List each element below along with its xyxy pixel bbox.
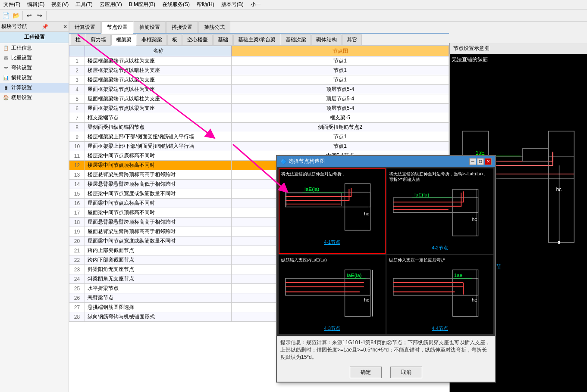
row-name: 屋面悬臂梁悬臂跨顶标高高于相邻跨时 [85,227,232,236]
svg-text:laE(la): laE(la) [347,272,361,278]
table-row[interactable]: 4 屋面框架梁端节点以柱为支座 顶层节点5-4 [69,85,449,94]
table-row[interactable]: 1 楼层框架梁端节点以柱为支座 节点1 [69,56,449,66]
tab2-slab[interactable]: 板 [167,34,182,45]
row-num: 2 [69,66,85,75]
node-cell-4-1[interactable]: 将无法直锚的纵筋伸至对边弯折， laE(la) hc [279,168,386,254]
sidebar-item-loss[interactable]: 📊 损耗设置 [0,73,69,83]
tab2-foundation[interactable]: 基础 [213,34,233,45]
tab2-other[interactable]: 其它 [342,34,362,45]
tab-stirrup-formula[interactable]: 箍筋公式 [198,22,230,33]
tab2-shear-wall[interactable]: 剪力墙 [86,34,111,45]
row-node[interactable]: 节点1 [232,75,449,85]
row-node[interactable]: 框支梁-5 [232,113,449,123]
row-num: 7 [69,113,85,123]
row-name: 屋面梁中间节点底标高不同时 [85,199,232,208]
dialog-close-btn[interactable]: ✕ [485,158,492,165]
select-dialog: 🔷 选择节点构造图 ─ □ ✕ 将无法直锚的纵筋伸至对边弯折， [276,155,496,383]
menu-item-help[interactable]: 帮助(H) [195,0,216,9]
menu-item-cloud[interactable]: 云应用(Y) [98,0,124,9]
menu-item-bim[interactable]: BIM应用(B) [127,0,157,9]
menu-item-version[interactable]: 版本号(B) [220,0,245,9]
row-name: 屋面悬臂梁悬臂跨顶标高高于相邻跨时 [85,218,232,227]
tab-calc-settings[interactable]: 计算设置 [69,22,101,33]
toolbar-new[interactable]: 📄 [1,11,10,20]
node-grid: 将无法直锚的纵筋伸至对边弯折， laE(la) hc [277,167,495,336]
svg-text:hc: hc [472,297,477,303]
dialog-minimize-btn[interactable]: ─ [469,158,476,165]
menu-item-edit[interactable]: 编辑(E) [25,0,46,9]
tab-stirrup-settings[interactable]: 箍筋设置 [134,22,166,33]
row-name: 楼层框架梁端节点以梁为支座 [85,75,232,85]
row-num: 21 [69,246,85,255]
row-name: 楼层框架梁上部/下部/侧面受扭钢筋锚入平行墙 [85,132,232,142]
row-num: 9 [69,132,85,142]
tab-splice-settings[interactable]: 搭接设置 [166,22,198,33]
sidebar-item-calc[interactable]: 🖩 计算设置 [0,83,69,93]
table-row[interactable]: 9 楼层框架梁上部/下部/侧面受扭钢筋锚入平行墙 节点1 [69,132,449,142]
row-node[interactable]: 节点1 [232,142,449,151]
menu-item-online[interactable]: 在线服务(S) [160,0,191,9]
sidebar-item-weight[interactable]: ⚖ 比重设置 [0,53,69,63]
row-node[interactable]: 侧面受扭钢筋节点2 [232,123,449,132]
svg-text:hc: hc [364,297,370,303]
col-num [69,46,85,56]
dialog-icon: 🔷 [280,159,287,165]
toolbar-open[interactable]: 📂 [11,11,21,20]
table-row[interactable]: 3 楼层框架梁端节点以梁为支座 节点1 [69,75,449,85]
menu-item-file[interactable]: 文件(F) [2,0,22,9]
toolbar-undo[interactable]: ↩ [25,11,34,20]
row-node[interactable]: 节点1 [232,66,449,75]
tab2-foundation-sub-beam[interactable]: 基础次梁 [281,34,311,45]
tab2-hollow-floor[interactable]: 空心楼盖 [182,34,213,45]
row-name: 悬挑端钢筋圆图选择 [85,303,232,312]
table-row[interactable]: 10 屋面框架梁上部/下部/侧面受扭钢筋锚入平行墙 节点1 [69,142,449,151]
col-name: 名称 [85,46,232,56]
row-node[interactable]: 节点1 [232,56,449,66]
sidebar-pin-icon[interactable]: 📌 [42,24,48,30]
sidebar-item-hook[interactable]: ✏ 弯钩设置 [0,63,69,73]
tab2-frame-beam[interactable]: 框架梁 [111,34,136,46]
menu-item-small[interactable]: 小一 [249,0,263,9]
table-row[interactable]: 8 梁侧面受扭纵筋锚固节点 侧面受扭钢筋节点2 [69,123,449,132]
tab2-foundation-main-beam[interactable]: 基础主梁/承台梁 [233,34,280,45]
tab2-masonry[interactable]: 砌体结构 [311,34,342,45]
node-4-4-label: 4-4节点 [389,325,491,332]
row-name: 屋面框架梁端节点以梁为支座 [85,104,232,113]
table-row[interactable]: 6 屋面框架梁端节点以梁为支座 顶层节点5-4 [69,104,449,113]
node-cell-4-4[interactable]: 纵筋伸入支座一定长度后弯折 1ae hc 4-4节点 [386,255,493,334]
row-node[interactable]: 顶层节点5-4 [232,94,449,104]
row-node[interactable]: 节点1 [232,132,449,142]
row-name: 楼层悬臂梁悬臂跨顶标高高于相邻跨时 [85,170,232,180]
row-num: 20 [69,236,85,246]
node-cell-4-3[interactable]: 纵筋锚入支座内LaE(La) laE(la) hc 4-3节点 [279,255,386,334]
toolbar-redo[interactable]: ↪ [35,11,44,20]
table-row[interactable]: 5 屋面框架梁端节点以暗柱为支座 顶层节点5-4 [69,94,449,104]
row-node[interactable]: 顶层节点5-4 [232,85,449,94]
dialog-confirm-button[interactable]: 确定 [350,367,382,378]
sidebar-item-project-info[interactable]: 📋 工程信息 [0,43,69,53]
node-4-1-diagram: laE(la) hc [281,178,383,236]
row-name: 框支梁端节点 [85,113,232,123]
svg-text:laE(la): laE(la) [304,186,319,192]
dialog-cancel-button[interactable]: 取消 [390,367,422,378]
svg-text:hc: hc [472,216,477,222]
row-node[interactable]: 顶层节点5-4 [232,104,449,113]
tab2-non-frame-beam[interactable]: 非框架梁 [137,34,167,45]
row-num: 23 [69,265,85,274]
sidebar-header: 模块号导航 📌 ✕ [0,22,69,32]
table-row[interactable]: 2 楼层框架梁端节点以暗柱为支座 节点1 [69,66,449,75]
sidebar-item-floor[interactable]: 🏠 楼层设置 [0,93,69,103]
row-name: 楼层框架梁端节点以柱为支座 [85,56,232,66]
node-cell-4-2[interactable]: 将无法直锚的纵筋伸至对边弯折，当钩>=LaE(La)，弯折>=所输入值 laE(… [386,168,493,254]
row-name: 水平折梁节点 [85,284,232,293]
tab2-column[interactable]: 柱 [71,34,85,45]
node-4-1-text: 将无法直锚的纵筋伸至对边弯折， [281,171,383,177]
weight-icon: ⚖ [3,55,9,62]
menu-item-tools[interactable]: 工具(T) [74,0,94,9]
dialog-maximize-btn[interactable]: □ [477,158,484,165]
table-row[interactable]: 7 框支梁端节点 框支梁-5 [69,113,449,123]
menu-item-view[interactable]: 视图(V) [50,0,70,9]
tab-node-settings[interactable]: 节点设置 [101,22,133,34]
row-num: 3 [69,75,85,85]
sidebar-close-icon[interactable]: ✕ [63,24,67,30]
